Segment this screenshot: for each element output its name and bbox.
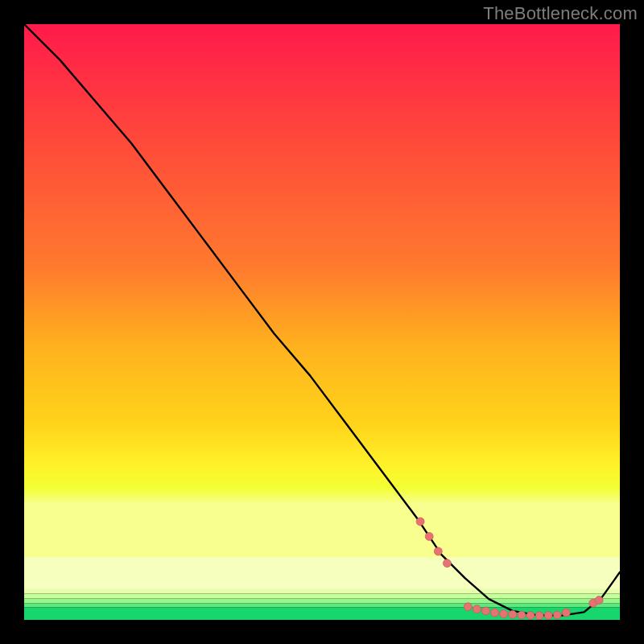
- highlight-marker: [535, 612, 543, 620]
- highlight-marker: [595, 597, 603, 605]
- highlight-marker: [443, 559, 451, 568]
- highlight-marker: [416, 518, 424, 526]
- highlight-marker: [482, 607, 490, 615]
- chart-frame: TheBottleneck.com: [0, 0, 644, 644]
- highlight-marker: [491, 609, 499, 617]
- highlight-marker: [509, 610, 517, 618]
- highlight-marker: [425, 532, 433, 540]
- highlight-marker: [500, 610, 508, 618]
- highlight-marker: [562, 609, 570, 617]
- svg-rect-4: [24, 598, 620, 603]
- svg-rect-3: [24, 593, 620, 598]
- plot-area: [24, 24, 620, 620]
- chart-svg: [24, 24, 620, 620]
- highlight-marker: [473, 605, 481, 613]
- watermark-text: TheBottleneck.com: [483, 3, 638, 24]
- highlight-marker: [526, 611, 535, 619]
- highlight-marker: [553, 611, 561, 619]
- highlight-marker: [518, 611, 526, 619]
- highlight-marker: [464, 603, 472, 611]
- svg-rect-0: [24, 24, 620, 564]
- svg-rect-2: [24, 589, 620, 594]
- svg-rect-5: [24, 603, 620, 607]
- svg-rect-1: [24, 557, 620, 590]
- highlight-marker: [434, 547, 442, 555]
- highlight-marker: [544, 611, 552, 619]
